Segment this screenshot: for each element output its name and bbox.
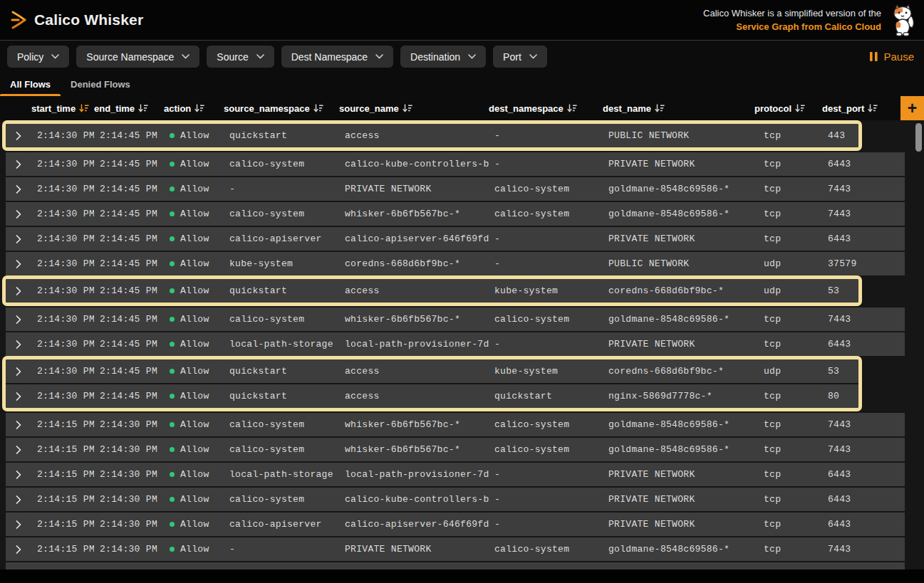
calico-cat-mascot (888, 4, 917, 36)
cell-protocol: tcp (758, 444, 822, 455)
expand-chevron-icon[interactable] (16, 520, 21, 529)
app-title: Calico Whisker (34, 11, 143, 28)
cell-source-name: PRIVATE NETWORK (339, 184, 489, 194)
cell-source-namespace: kube-system (224, 258, 339, 269)
expand-chevron-icon[interactable] (16, 315, 21, 324)
cell-dest-name: PRIVATE NETWORK (603, 339, 758, 350)
table-row[interactable]: 2:14:30 PM 2:14:45 PM Allow quickstart a… (6, 384, 862, 408)
action-label: Allow (180, 339, 209, 350)
cell-action: Allow (164, 494, 224, 505)
column-header-dest-name[interactable]: dest_name (597, 103, 752, 114)
expand-chevron-icon[interactable] (16, 287, 21, 295)
cell-source-namespace: calico-system (224, 419, 339, 430)
allow-status-dot (170, 472, 175, 477)
cell-dest-namespace: - (489, 469, 603, 480)
column-header-action[interactable]: action (158, 103, 218, 114)
table-row[interactable]: 2:14:30 PM 2:14:45 PM Allow calico-syste… (6, 202, 905, 226)
expand-chevron-icon[interactable] (16, 132, 21, 140)
cell-dest-name: goldmane-8548c69586-* (603, 419, 758, 430)
table-row[interactable]: 2:14:30 PM 2:14:45 PM Allow calico-apise… (6, 227, 905, 251)
expand-chevron-icon[interactable] (16, 367, 21, 376)
pause-button[interactable]: Pause (870, 51, 914, 63)
column-header-dest-namespace[interactable]: dest_namespace (483, 103, 597, 114)
expand-chevron-icon[interactable] (16, 340, 21, 349)
expand-chevron-icon[interactable] (16, 235, 21, 243)
table-row[interactable]: 2:14:30 PM 2:14:45 PM Allow quickstart a… (6, 359, 862, 383)
cell-source-namespace: - (224, 184, 339, 194)
vertical-scrollbar-thumb[interactable] (915, 123, 922, 152)
cell-protocol: tcp (758, 494, 822, 505)
cell-end-time: 2:14:30 PM (94, 519, 164, 530)
table-row[interactable]: 2:14:30 PM 2:14:45 PM Allow kube-system … (6, 252, 905, 275)
cell-end-time: 2:14:45 PM (94, 159, 164, 169)
expand-chevron-icon[interactable] (16, 471, 21, 479)
filter-dest-namespace[interactable]: Dest Namespace (281, 46, 393, 68)
expand-chevron-icon[interactable] (16, 545, 21, 554)
cell-source-namespace: local-path-storage (224, 469, 339, 480)
column-header-source-name[interactable]: source_name (333, 103, 483, 114)
table-row[interactable]: 2:14:15 PM 2:14:30 PM Allow local-path-s… (6, 463, 905, 486)
cell-action: Allow (164, 419, 224, 430)
sort-icon (868, 104, 878, 112)
service-graph-link[interactable]: Service Graph from Calico Cloud (703, 20, 881, 34)
table-row[interactable]: 2:14:15 PM 2:14:30 PM Allow calico-syste… (6, 438, 905, 461)
expand-chevron-icon[interactable] (16, 210, 21, 219)
expand-chevron-icon[interactable] (16, 392, 21, 401)
cell-dest-namespace: - (489, 339, 603, 350)
cell-protocol: tcp (758, 339, 822, 350)
cell-dest-name: PUBLIC NETWORK (603, 258, 758, 269)
cell-start-time: 2:14:15 PM (31, 469, 94, 480)
filter-source-namespace[interactable]: Source Namespace (76, 46, 199, 68)
chevron-down-icon (529, 54, 537, 59)
table-row[interactable]: 2:14:15 PM 2:14:30 PM Allow - PRIVATE NE… (6, 537, 905, 561)
table-row[interactable]: 2:14:30 PM 2:14:45 PM Allow calico-syste… (6, 308, 905, 331)
add-filter-button[interactable]: + (900, 96, 924, 120)
column-header-dest-port[interactable]: dest_port (816, 103, 899, 114)
cell-dest-port: 37579 (822, 258, 905, 269)
expand-chevron-icon[interactable] (16, 495, 21, 504)
table-row[interactable]: 2:14:30 PM 2:14:45 PM Allow quickstart a… (6, 279, 862, 303)
cell-action: Allow (164, 391, 224, 401)
table-row[interactable]: 2:14:15 PM 2:14:30 PM Allow calico-syste… (6, 413, 905, 436)
filter-port-label: Port (503, 51, 521, 63)
table-row[interactable]: 2:14:30 PM 2:14:45 PM Allow - PRIVATE NE… (6, 177, 905, 201)
table-row[interactable]: 2:14:15 PM 2:14:30 PM Allow calico-apise… (6, 513, 905, 536)
cell-source-namespace: calico-system (224, 494, 339, 505)
filter-port[interactable]: Port (493, 46, 547, 68)
column-header-source-namespace[interactable]: source_namespace (218, 103, 333, 114)
cell-dest-port: 7443 (822, 314, 905, 325)
filter-source[interactable]: Source (207, 46, 274, 68)
table-row[interactable]: 2:14:15 PM 2:14:30 PM Allow calico-syste… (6, 488, 905, 511)
filter-destination[interactable]: Destination (400, 46, 486, 68)
cell-dest-port: 80 (822, 391, 862, 401)
filter-destination-label: Destination (410, 51, 460, 63)
table-row[interactable]: 2:14:30 PM 2:14:45 PM Allow quickstart a… (6, 124, 862, 147)
table-row[interactable]: 2:14:30 PM 2:14:45 PM Allow local-path-s… (6, 332, 905, 356)
table-row[interactable]: 2:14:00 PM 2:14:15 PM Allow local-path-s… (6, 562, 905, 569)
cell-dest-name: PRIVATE NETWORK (603, 159, 758, 169)
filter-source-label: Source (217, 51, 248, 63)
cell-dest-namespace: kube-system (489, 285, 603, 296)
cell-dest-port: 53 (822, 366, 862, 377)
expand-chevron-icon[interactable] (16, 160, 21, 169)
filter-policy[interactable]: Policy (7, 46, 69, 68)
cell-dest-namespace: quickstart (489, 391, 603, 401)
tab-all-flows[interactable]: All Flows (0, 73, 61, 96)
cell-dest-name: goldmane-8548c69586-* (603, 314, 758, 325)
column-header-end-time[interactable]: end_time (88, 103, 158, 114)
column-header-protocol[interactable]: protocol (752, 103, 816, 114)
expand-chevron-icon[interactable] (16, 185, 21, 194)
table-row[interactable]: 2:14:30 PM 2:14:45 PM Allow calico-syste… (6, 152, 905, 176)
cell-dest-name: PRIVATE NETWORK (603, 469, 758, 480)
cell-dest-name: coredns-668d6bf9bc-* (603, 366, 758, 377)
allow-status-dot (170, 162, 175, 167)
cell-dest-namespace: - (489, 130, 603, 141)
cell-start-time: 2:14:00 PM (31, 569, 94, 569)
cell-source-name: access (339, 285, 489, 296)
column-header-start-time[interactable]: start_time (26, 103, 88, 114)
cell-dest-port: 7443 (822, 184, 905, 194)
expand-chevron-icon[interactable] (16, 446, 21, 454)
expand-chevron-icon[interactable] (16, 421, 21, 429)
tab-denied-flows[interactable]: Denied Flows (61, 73, 140, 96)
expand-chevron-icon[interactable] (16, 260, 21, 268)
